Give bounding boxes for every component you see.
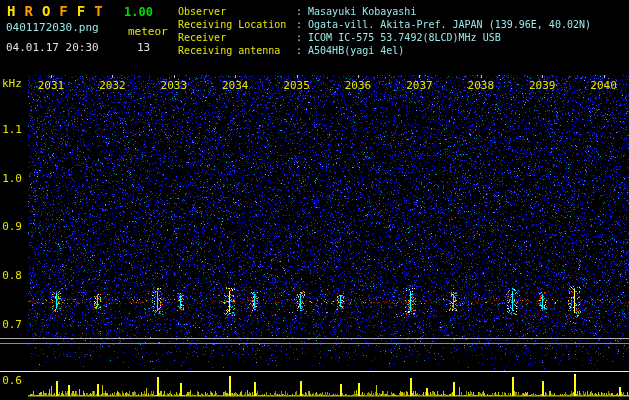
time-label-2037: 2037 <box>399 79 439 92</box>
info-label: Receiving Location <box>178 18 296 31</box>
hrofft-screen: HROFFT 1.00 0401172030.png meteor 04.01.… <box>0 0 629 400</box>
datetime: 04.01.17 20:30 <box>6 41 99 54</box>
info-value: : ICOM IC-575 53.7492(8LCD)MHz USB <box>296 32 501 43</box>
info-label: Receiving antenna <box>178 44 296 57</box>
freq-label-0.8: 0.8 <box>0 269 22 282</box>
info-row: Receiving antenna: A504HB(yagi 4el) <box>178 44 591 57</box>
info-value: : Ogata-vill. Akita-Pref. JAPAN (139.96E… <box>296 19 591 30</box>
info-row: Receiver: ICOM IC-575 53.7492(8LCD)MHz U… <box>178 31 591 44</box>
freq-label-0.7: 0.7 <box>0 318 22 331</box>
freq-label-0.9: 0.9 <box>0 220 22 233</box>
time-label-2040: 2040 <box>584 79 624 92</box>
filename: 0401172030.png <box>6 21 99 34</box>
time-label-2038: 2038 <box>461 79 501 92</box>
freq-label-1.0: 1.0 <box>0 172 22 185</box>
freq-label-0.6: 0.6 <box>0 374 22 387</box>
mode-label: meteor <box>128 25 168 38</box>
meteor-count: 13 <box>137 41 150 54</box>
title-letter: T <box>94 3 102 19</box>
title-letter: H <box>7 3 15 19</box>
info-label: Receiver <box>178 31 296 44</box>
time-label-2036: 2036 <box>338 79 378 92</box>
title-letter: O <box>42 3 50 19</box>
time-label-2033: 2033 <box>154 79 194 92</box>
info-label: Observer <box>178 5 296 18</box>
time-label-2031: 2031 <box>31 79 71 92</box>
info-row: Receiving Location: Ogata-vill. Akita-Pr… <box>178 18 591 31</box>
time-label-2032: 2032 <box>92 79 132 92</box>
app-title: HROFFT <box>7 3 112 19</box>
app-version: 1.00 <box>124 5 153 19</box>
station-info: Observer: Masayuki KobayashiReceiving Lo… <box>178 5 591 57</box>
time-label-2034: 2034 <box>215 79 255 92</box>
y-axis-unit-label: kHz <box>2 77 22 90</box>
freq-label-1.1: 1.1 <box>0 123 22 136</box>
time-label-2039: 2039 <box>522 79 562 92</box>
info-value: : Masayuki Kobayashi <box>296 6 416 17</box>
title-letter: F <box>59 3 67 19</box>
spectrogram-canvas <box>0 0 629 400</box>
title-letter: R <box>24 3 32 19</box>
info-row: Observer: Masayuki Kobayashi <box>178 5 591 18</box>
title-letter: F <box>77 3 85 19</box>
info-value: : A504HB(yagi 4el) <box>296 45 404 56</box>
time-label-2035: 2035 <box>277 79 317 92</box>
